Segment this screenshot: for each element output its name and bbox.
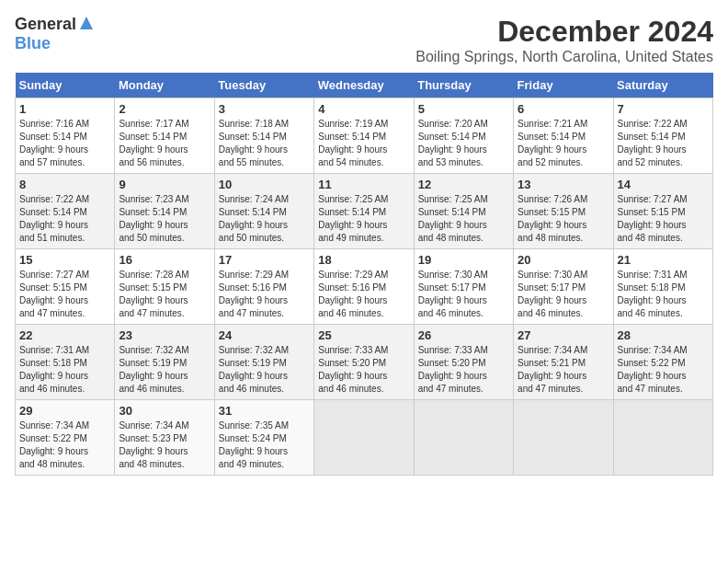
day-info: Sunrise: 7:27 AM Sunset: 5:15 PM Dayligh… bbox=[19, 269, 110, 320]
day-info: Sunrise: 7:35 AM Sunset: 5:24 PM Dayligh… bbox=[219, 419, 310, 471]
day-number: 4 bbox=[318, 102, 409, 116]
logo: General Blue bbox=[15, 15, 95, 53]
day-info: Sunrise: 7:16 AM Sunset: 5:14 PM Dayligh… bbox=[19, 118, 110, 169]
day-number: 15 bbox=[19, 253, 110, 267]
day-info: Sunrise: 7:30 AM Sunset: 5:17 PM Dayligh… bbox=[418, 269, 509, 320]
weekday-header-friday: Friday bbox=[514, 73, 613, 98]
day-number: 11 bbox=[318, 178, 409, 191]
day-cell: 23Sunrise: 7:32 AM Sunset: 5:19 PM Dayli… bbox=[115, 325, 214, 400]
day-number: 2 bbox=[119, 102, 210, 116]
day-info: Sunrise: 7:27 AM Sunset: 5:15 PM Dayligh… bbox=[618, 193, 709, 245]
day-info: Sunrise: 7:20 AM Sunset: 5:14 PM Dayligh… bbox=[418, 118, 509, 169]
week-row-4: 22Sunrise: 7:31 AM Sunset: 5:18 PM Dayli… bbox=[16, 325, 713, 400]
day-cell: 8Sunrise: 7:22 AM Sunset: 5:14 PM Daylig… bbox=[16, 174, 115, 249]
day-number: 12 bbox=[418, 178, 509, 191]
day-info: Sunrise: 7:24 AM Sunset: 5:14 PM Dayligh… bbox=[219, 193, 310, 245]
day-info: Sunrise: 7:34 AM Sunset: 5:23 PM Dayligh… bbox=[119, 419, 210, 471]
header: General Blue December 2024 Boiling Sprin… bbox=[15, 15, 713, 65]
day-info: Sunrise: 7:17 AM Sunset: 5:14 PM Dayligh… bbox=[119, 118, 210, 169]
week-row-1: 1Sunrise: 7:16 AM Sunset: 5:14 PM Daylig… bbox=[16, 98, 713, 174]
day-number: 24 bbox=[219, 328, 310, 342]
day-cell bbox=[514, 400, 613, 476]
day-number: 3 bbox=[219, 102, 310, 116]
month-title: December 2024 bbox=[415, 15, 713, 49]
day-cell: 20Sunrise: 7:30 AM Sunset: 5:17 PM Dayli… bbox=[514, 249, 613, 325]
day-number: 28 bbox=[618, 328, 709, 342]
day-cell: 10Sunrise: 7:24 AM Sunset: 5:14 PM Dayli… bbox=[214, 174, 313, 249]
weekday-header-thursday: Thursday bbox=[414, 73, 513, 98]
day-info: Sunrise: 7:22 AM Sunset: 5:14 PM Dayligh… bbox=[618, 118, 709, 169]
day-cell: 18Sunrise: 7:29 AM Sunset: 5:16 PM Dayli… bbox=[314, 249, 414, 325]
day-number: 23 bbox=[119, 328, 210, 342]
day-cell: 2Sunrise: 7:17 AM Sunset: 5:14 PM Daylig… bbox=[115, 98, 214, 174]
day-number: 27 bbox=[518, 328, 609, 342]
day-cell: 26Sunrise: 7:33 AM Sunset: 5:20 PM Dayli… bbox=[414, 325, 513, 400]
day-info: Sunrise: 7:25 AM Sunset: 5:14 PM Dayligh… bbox=[418, 193, 509, 245]
day-number: 31 bbox=[219, 404, 310, 418]
day-number: 30 bbox=[119, 404, 210, 418]
day-cell: 1Sunrise: 7:16 AM Sunset: 5:14 PM Daylig… bbox=[16, 98, 115, 174]
day-cell: 25Sunrise: 7:33 AM Sunset: 5:20 PM Dayli… bbox=[314, 325, 414, 400]
day-cell bbox=[613, 400, 712, 476]
day-number: 29 bbox=[19, 404, 110, 418]
day-number: 26 bbox=[418, 328, 509, 342]
day-number: 21 bbox=[618, 253, 709, 267]
day-cell: 31Sunrise: 7:35 AM Sunset: 5:24 PM Dayli… bbox=[214, 400, 313, 476]
day-info: Sunrise: 7:29 AM Sunset: 5:16 PM Dayligh… bbox=[219, 269, 310, 320]
day-info: Sunrise: 7:31 AM Sunset: 5:18 PM Dayligh… bbox=[19, 344, 110, 396]
logo-icon bbox=[78, 15, 95, 31]
day-cell: 13Sunrise: 7:26 AM Sunset: 5:15 PM Dayli… bbox=[514, 174, 613, 249]
day-info: Sunrise: 7:25 AM Sunset: 5:14 PM Dayligh… bbox=[318, 193, 409, 245]
day-number: 18 bbox=[318, 253, 409, 267]
day-cell: 6Sunrise: 7:21 AM Sunset: 5:14 PM Daylig… bbox=[514, 98, 613, 174]
day-cell: 21Sunrise: 7:31 AM Sunset: 5:18 PM Dayli… bbox=[613, 249, 712, 325]
day-info: Sunrise: 7:21 AM Sunset: 5:14 PM Dayligh… bbox=[518, 118, 609, 169]
day-number: 13 bbox=[518, 178, 609, 191]
day-number: 6 bbox=[518, 102, 609, 116]
day-cell: 24Sunrise: 7:32 AM Sunset: 5:19 PM Dayli… bbox=[214, 325, 313, 400]
weekday-header-sunday: Sunday bbox=[16, 73, 115, 98]
day-number: 25 bbox=[318, 328, 409, 342]
location-title: Boiling Springs, North Carolina, United … bbox=[415, 49, 713, 65]
day-cell: 19Sunrise: 7:30 AM Sunset: 5:17 PM Dayli… bbox=[414, 249, 513, 325]
day-info: Sunrise: 7:31 AM Sunset: 5:18 PM Dayligh… bbox=[618, 269, 709, 320]
week-row-5: 29Sunrise: 7:34 AM Sunset: 5:22 PM Dayli… bbox=[16, 400, 713, 476]
day-cell: 17Sunrise: 7:29 AM Sunset: 5:16 PM Dayli… bbox=[214, 249, 313, 325]
day-cell: 12Sunrise: 7:25 AM Sunset: 5:14 PM Dayli… bbox=[414, 174, 513, 249]
day-cell: 27Sunrise: 7:34 AM Sunset: 5:21 PM Dayli… bbox=[514, 325, 613, 400]
day-cell: 4Sunrise: 7:19 AM Sunset: 5:14 PM Daylig… bbox=[314, 98, 414, 174]
day-number: 1 bbox=[19, 102, 110, 116]
weekday-header-row: SundayMondayTuesdayWednesdayThursdayFrid… bbox=[16, 73, 713, 98]
day-info: Sunrise: 7:33 AM Sunset: 5:20 PM Dayligh… bbox=[418, 344, 509, 396]
day-cell: 30Sunrise: 7:34 AM Sunset: 5:23 PM Dayli… bbox=[115, 400, 214, 476]
day-info: Sunrise: 7:30 AM Sunset: 5:17 PM Dayligh… bbox=[518, 269, 609, 320]
day-number: 8 bbox=[19, 178, 110, 191]
day-info: Sunrise: 7:29 AM Sunset: 5:16 PM Dayligh… bbox=[318, 269, 409, 320]
day-info: Sunrise: 7:34 AM Sunset: 5:22 PM Dayligh… bbox=[618, 344, 709, 396]
day-cell: 16Sunrise: 7:28 AM Sunset: 5:15 PM Dayli… bbox=[115, 249, 214, 325]
day-info: Sunrise: 7:34 AM Sunset: 5:21 PM Dayligh… bbox=[518, 344, 609, 396]
day-number: 17 bbox=[219, 253, 310, 267]
day-info: Sunrise: 7:34 AM Sunset: 5:22 PM Dayligh… bbox=[19, 419, 110, 471]
day-cell: 29Sunrise: 7:34 AM Sunset: 5:22 PM Dayli… bbox=[16, 400, 115, 476]
day-cell: 3Sunrise: 7:18 AM Sunset: 5:14 PM Daylig… bbox=[214, 98, 313, 174]
weekday-header-tuesday: Tuesday bbox=[214, 73, 313, 98]
day-cell: 9Sunrise: 7:23 AM Sunset: 5:14 PM Daylig… bbox=[115, 174, 214, 249]
day-cell: 28Sunrise: 7:34 AM Sunset: 5:22 PM Dayli… bbox=[613, 325, 712, 400]
week-row-3: 15Sunrise: 7:27 AM Sunset: 5:15 PM Dayli… bbox=[16, 249, 713, 325]
day-number: 16 bbox=[119, 253, 210, 267]
day-number: 5 bbox=[418, 102, 509, 116]
title-section: December 2024 Boiling Springs, North Car… bbox=[415, 15, 713, 65]
day-info: Sunrise: 7:23 AM Sunset: 5:14 PM Dayligh… bbox=[119, 193, 210, 245]
day-info: Sunrise: 7:32 AM Sunset: 5:19 PM Dayligh… bbox=[219, 344, 310, 396]
day-cell: 14Sunrise: 7:27 AM Sunset: 5:15 PM Dayli… bbox=[613, 174, 712, 249]
day-cell bbox=[414, 400, 513, 476]
day-cell: 22Sunrise: 7:31 AM Sunset: 5:18 PM Dayli… bbox=[16, 325, 115, 400]
day-number: 7 bbox=[618, 102, 709, 116]
day-info: Sunrise: 7:32 AM Sunset: 5:19 PM Dayligh… bbox=[119, 344, 210, 396]
day-info: Sunrise: 7:28 AM Sunset: 5:15 PM Dayligh… bbox=[119, 269, 210, 320]
day-info: Sunrise: 7:33 AM Sunset: 5:20 PM Dayligh… bbox=[318, 344, 409, 396]
logo-general-text: General bbox=[15, 15, 76, 34]
day-number: 19 bbox=[418, 253, 509, 267]
weekday-header-saturday: Saturday bbox=[613, 73, 712, 98]
